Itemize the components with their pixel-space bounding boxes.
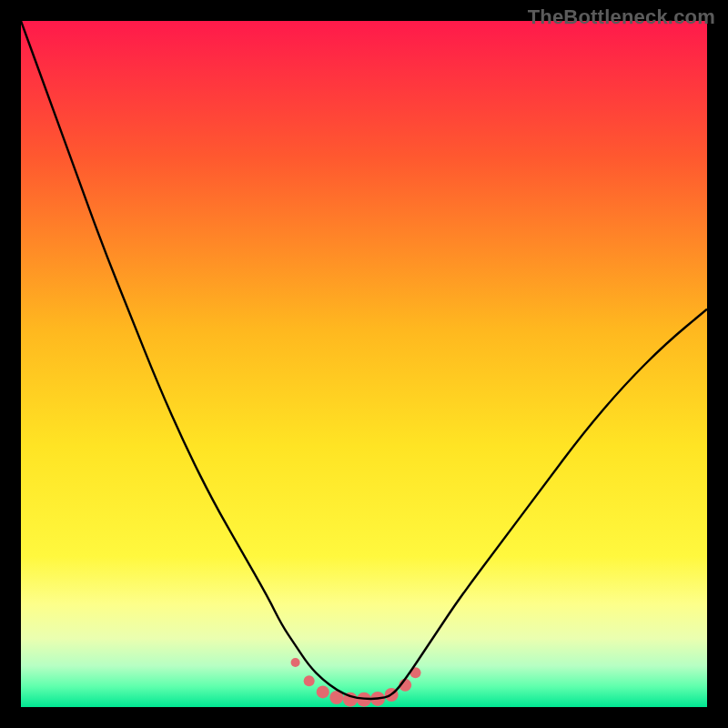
watermark-text: TheBottleneck.com — [528, 5, 715, 29]
gradient-background — [21, 21, 707, 707]
chart-frame: TheBottleneck.com — [0, 0, 728, 728]
marker-dot — [304, 675, 315, 686]
chart-svg — [21, 21, 707, 707]
marker-dot — [317, 685, 329, 698]
marker-dot — [291, 658, 300, 667]
plot-area — [21, 21, 707, 707]
